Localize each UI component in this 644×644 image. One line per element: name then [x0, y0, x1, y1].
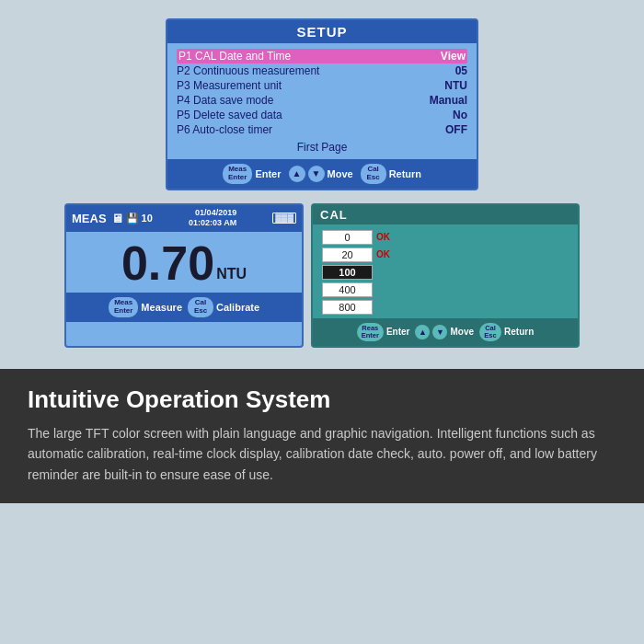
- meas-icons: 🖥 💾 10: [111, 212, 153, 225]
- setup-row-p2-label: P2 Continuous measurement: [177, 64, 455, 77]
- cal-ok-20: OK: [376, 249, 390, 259]
- meas-calibrate-group: CalEsc Calibrate: [188, 297, 259, 317]
- setup-return-label: Return: [389, 168, 421, 179]
- setup-row-p1-value: View: [441, 50, 466, 63]
- meas-measure-group: MeasEnter Measure: [109, 297, 182, 317]
- meas-number: 0.70: [121, 239, 214, 287]
- setup-row-p4: P4 Data save mode Manual: [177, 93, 467, 108]
- cal-buttons: ReasEnter Enter ▲ ▼ Move CalEsc Return: [313, 318, 578, 347]
- setup-enter-group: MeasEnter Enter: [223, 164, 282, 184]
- cal-move-group: ▲ ▼ Move: [415, 325, 474, 339]
- cal-move-label: Move: [450, 327, 474, 337]
- floppy-icon: 💾: [126, 213, 139, 224]
- meas-time: 01:02:03 AM: [189, 218, 236, 229]
- cal-row-0: 0 OK: [322, 230, 569, 245]
- meas-date: 01/04/2019: [189, 208, 236, 219]
- meas-body: 0.70NTU: [66, 232, 302, 293]
- setup-row-p5: P5 Delete saved data No: [177, 108, 467, 122]
- setup-title: SETUP: [167, 20, 477, 43]
- cal-return-group: CalEsc Return: [479, 323, 534, 342]
- bottom-panels: MEAS 🖥 💾 10 01/04/2019 01:02:03 AM ▓▓▓ 0…: [64, 203, 580, 349]
- bottom-title: Intuitive Operation System: [28, 385, 616, 414]
- meas-panel: MEAS 🖥 💾 10 01/04/2019 01:02:03 AM ▓▓▓ 0…: [64, 203, 304, 349]
- setup-row-p4-label: P4 Data save mode: [177, 94, 430, 107]
- cal-value-100: 100: [322, 265, 373, 280]
- setup-row-p3-value: NTU: [444, 79, 467, 92]
- meas-unit: NTU: [216, 267, 247, 282]
- meas-buttons: MeasEnter Measure CalEsc Calibrate: [66, 293, 302, 322]
- cal-return-label: Return: [504, 327, 534, 337]
- meas-title: MEAS: [72, 212, 107, 225]
- setup-row-p5-label: P5 Delete saved data: [177, 109, 453, 121]
- setup-row-p3-label: P3 Measurement unit: [177, 79, 444, 92]
- cal-value-400: 400: [322, 282, 373, 297]
- cal-header: CAL: [313, 205, 578, 224]
- meas-enter-btn[interactable]: MeasEnter: [109, 297, 138, 317]
- cal-panel: CAL 0 OK 20 OK 100 400 800: [311, 203, 580, 349]
- meas-header-left: MEAS 🖥 💾 10: [72, 212, 153, 225]
- top-section: SETUP P1 CAL Date and Time View P2 Conti…: [0, 0, 644, 362]
- cal-enter-group: ReasEnter Enter: [357, 323, 410, 342]
- first-page-label: First Page: [177, 137, 467, 155]
- meas-calibrate-label: Calibrate: [216, 302, 259, 313]
- setup-enter-label: Enter: [255, 168, 281, 179]
- setup-panel: SETUP P1 CAL Date and Time View P2 Conti…: [166, 18, 478, 190]
- cal-value-800: 800: [322, 300, 373, 315]
- setup-row-p2: P2 Continuous measurement 05: [177, 63, 467, 78]
- meas-value: 0.70NTU: [121, 239, 247, 287]
- setup-row-p6-label: P6 Auto-close timer: [177, 123, 445, 136]
- cal-body: 0 OK 20 OK 100 400 800: [313, 224, 578, 318]
- setup-cal-esc-btn[interactable]: CalEsc: [361, 164, 386, 184]
- setup-row-p4-value: Manual: [430, 94, 467, 107]
- setup-row-p3: P3 Measurement unit NTU: [177, 78, 467, 93]
- setup-body: P1 CAL Date and Time View P2 Continuous …: [167, 43, 477, 159]
- cal-return-btn[interactable]: CalEsc: [479, 323, 501, 342]
- setup-return-group: CalEsc Return: [361, 164, 421, 184]
- cal-row-20: 20 OK: [322, 247, 569, 262]
- bottom-section: Intuitive Operation System The large TFT…: [0, 369, 644, 503]
- cal-up-btn[interactable]: ▲: [415, 325, 430, 339]
- setup-row-p2-value: 05: [455, 64, 467, 77]
- setup-row-p1-label: P1 CAL Date and Time: [178, 50, 441, 63]
- setup-move-label: Move: [328, 168, 353, 179]
- battery-icon: ▓▓▓: [272, 213, 296, 224]
- setup-meas-enter-btn[interactable]: MeasEnter: [223, 164, 252, 184]
- cal-esc-btn[interactable]: CalEsc: [188, 297, 213, 317]
- cal-value-0: 0: [322, 230, 373, 245]
- saved-count: 10: [142, 213, 153, 224]
- setup-row-p6: P6 Auto-close timer OFF: [177, 122, 467, 137]
- monitor-icon: 🖥: [111, 212, 123, 225]
- setup-up-btn[interactable]: ▲: [289, 166, 305, 182]
- setup-row-p1: P1 CAL Date and Time View: [177, 49, 467, 63]
- setup-buttons: MeasEnter Enter ▲ ▼ Move CalEsc Return: [167, 159, 477, 189]
- setup-move-group: ▲ ▼ Move: [289, 166, 353, 182]
- cal-enter-label: Enter: [386, 327, 410, 337]
- meas-header-right: 01/04/2019 01:02:03 AM: [189, 208, 236, 229]
- cal-down-btn[interactable]: ▼: [432, 325, 447, 339]
- bottom-text: The large TFT color screen with plain la…: [28, 423, 616, 485]
- setup-row-p6-value: OFF: [445, 123, 467, 136]
- meas-header: MEAS 🖥 💾 10 01/04/2019 01:02:03 AM ▓▓▓: [66, 205, 302, 232]
- cal-ok-0: OK: [376, 232, 390, 242]
- cal-row-400: 400: [322, 282, 569, 297]
- meas-measure-label: Measure: [141, 302, 182, 313]
- cal-value-20: 20: [322, 247, 373, 262]
- cal-reas-enter-btn[interactable]: ReasEnter: [357, 323, 384, 342]
- setup-row-p5-value: No: [453, 109, 467, 121]
- cal-row-800: 800: [322, 300, 569, 315]
- cal-row-100: 100: [322, 265, 569, 280]
- setup-down-btn[interactable]: ▼: [308, 166, 325, 182]
